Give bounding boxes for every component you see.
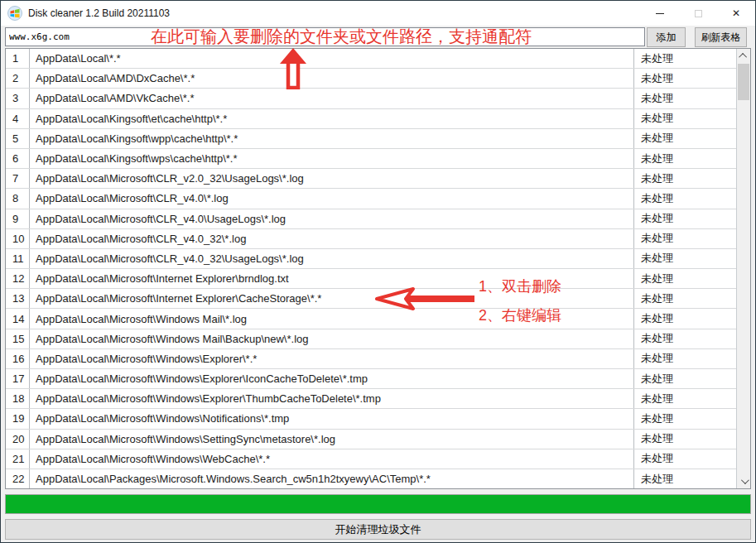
table-row[interactable]: 21 AppData\Local\Microsoft\Windows\WebCa… [6,449,736,469]
row-number-cell: 1 [6,49,30,68]
table-row[interactable]: 15 AppData\Local\Microsoft\Windows Mail\… [6,329,736,349]
table-row[interactable]: 12 AppData\Local\Microsoft\Internet Expl… [6,269,736,289]
refresh-table-button[interactable]: 刷新表格 [695,27,747,47]
row-path-cell: AppData\Local\Microsoft\CLR_v4.0\UsageLo… [30,209,633,228]
row-path-cell: AppData\Local\AMD\DxCache\*.* [30,69,633,88]
path-table: 1 AppData\Local\*.* 未处理 2 AppData\Local\… [5,48,751,489]
row-path-cell: AppData\Local\Kingsoft\wpp\cache\http\*.… [30,129,633,148]
row-status-cell: 未处理 [633,289,736,308]
table-row[interactable]: 13 AppData\Local\Microsoft\Internet Expl… [6,289,736,309]
close-icon: ✕ [732,8,740,18]
table-row[interactable]: 17 AppData\Local\Microsoft\Windows\Explo… [6,369,736,389]
maximize-button [679,1,717,26]
row-number-cell: 14 [6,309,30,328]
chevron-down-icon [740,476,749,484]
row-path-cell: AppData\Local\Microsoft\Windows Mail\Bac… [30,329,633,348]
row-number-cell: 11 [6,249,30,268]
app-window: Disk cleaner 1.2 Build 20211103 ✕ 添加 刷新表… [0,0,756,543]
row-number-cell: 7 [6,169,30,188]
row-status-cell: 未处理 [633,430,736,449]
table-row[interactable]: 11 AppData\Local\Microsoft\CLR_v4.0_32\U… [6,249,736,269]
table-row[interactable]: 20 AppData\Local\Microsoft\Windows\Setti… [6,430,736,449]
table-row[interactable]: 9 AppData\Local\Microsoft\CLR_v4.0\Usage… [6,209,736,229]
row-number-cell: 8 [6,189,30,208]
start-clean-button[interactable]: 开始清理垃圾文件 [5,519,751,540]
row-path-cell: AppData\Local\Microsoft\CLR_v4.0_32\*.lo… [30,229,633,248]
row-status-cell: 未处理 [633,309,736,328]
minimize-button[interactable] [641,1,679,26]
row-status-cell: 未处理 [633,389,736,408]
row-path-cell: AppData\Local\Microsoft\Windows\Notifica… [30,409,633,428]
table-rows: 1 AppData\Local\*.* 未处理 2 AppData\Local\… [6,49,736,488]
row-number-cell: 17 [6,369,30,388]
row-number-cell: 3 [6,89,30,108]
row-number-cell: 10 [6,229,30,248]
row-path-cell: AppData\Local\Microsoft\CLR_v2.0_32\Usag… [30,169,633,188]
row-status-cell: 未处理 [633,189,736,208]
row-number-cell: 13 [6,289,30,308]
row-status-cell: 未处理 [633,109,736,128]
row-path-cell: AppData\Local\Microsoft\Windows Mail\*.l… [30,309,633,328]
table-row[interactable]: 16 AppData\Local\Microsoft\Windows\Explo… [6,349,736,369]
row-path-cell: AppData\Local\*.* [30,49,633,68]
row-status-cell: 未处理 [633,49,736,68]
row-status-cell: 未处理 [633,469,736,488]
row-status-cell: 未处理 [633,329,736,348]
row-status-cell: 未处理 [633,349,736,368]
path-input[interactable] [5,27,645,46]
table-row[interactable]: 2 AppData\Local\AMD\DxCache\*.* 未处理 [6,69,736,89]
row-number-cell: 18 [6,389,30,408]
table-row[interactable]: 5 AppData\Local\Kingsoft\wpp\cache\http\… [6,129,736,149]
row-number-cell: 21 [6,449,30,469]
row-path-cell: AppData\Local\Microsoft\CLR_v4.0\*.log [30,189,633,208]
row-path-cell: AppData\Local\Microsoft\Windows\Explorer… [30,369,633,388]
chevron-up-icon [739,53,747,61]
table-row[interactable]: 10 AppData\Local\Microsoft\CLR_v4.0_32\*… [6,229,736,249]
row-path-cell: AppData\Local\AMD\VkCache\*.* [30,89,633,108]
row-path-cell: AppData\Local\Microsoft\CLR_v4.0_32\Usag… [30,249,633,268]
row-path-cell: AppData\Local\Kingsoft\wps\cache\http\*.… [30,149,633,168]
row-path-cell: AppData\Local\Microsoft\Windows\SettingS… [30,430,633,449]
scroll-down-button[interactable] [737,474,750,488]
row-number-cell: 5 [6,129,30,148]
table-row[interactable]: 3 AppData\Local\AMD\VkCache\*.* 未处理 [6,89,736,108]
row-status-cell: 未处理 [633,409,736,428]
row-status-cell: 未处理 [633,209,736,228]
progress-bar [5,494,751,514]
table-row[interactable]: 1 AppData\Local\*.* 未处理 [6,49,736,69]
table-row[interactable]: 7 AppData\Local\Microsoft\CLR_v2.0_32\Us… [6,169,736,189]
table-row[interactable]: 8 AppData\Local\Microsoft\CLR_v4.0\*.log… [6,189,736,209]
table-row[interactable]: 19 AppData\Local\Microsoft\Windows\Notif… [6,409,736,429]
vertical-scrollbar[interactable] [736,49,750,488]
table-row[interactable]: 18 AppData\Local\Microsoft\Windows\Explo… [6,389,736,409]
row-path-cell: AppData\Local\Microsoft\Windows\WebCache… [30,449,633,469]
row-status-cell: 未处理 [633,89,736,108]
row-number-cell: 16 [6,349,30,368]
row-number-cell: 19 [6,409,30,428]
window-controls: ✕ [641,1,755,26]
scrollbar-thumb[interactable] [738,64,749,100]
close-button[interactable]: ✕ [717,1,755,26]
row-status-cell: 未处理 [633,69,736,88]
table-row[interactable]: 14 AppData\Local\Microsoft\Windows Mail\… [6,309,736,329]
row-number-cell: 6 [6,149,30,168]
row-number-cell: 9 [6,209,30,228]
row-path-cell: AppData\Local\Microsoft\Windows\Explorer… [30,349,633,368]
row-path-cell: AppData\Local\Microsoft\Internet Explore… [30,269,633,288]
row-status-cell: 未处理 [633,149,736,168]
row-number-cell: 4 [6,109,30,128]
row-number-cell: 12 [6,269,30,288]
add-button[interactable]: 添加 [647,27,686,47]
table-row[interactable]: 22 AppData\Local\Packages\Microsoft.Wind… [6,469,736,488]
row-status-cell: 未处理 [633,269,736,288]
row-path-cell: AppData\Local\Microsoft\Internet Explore… [30,289,633,308]
maximize-icon [695,10,702,17]
row-path-cell: AppData\Local\Kingsoft\et\cache\http\*.* [30,109,633,128]
window-title: Disk cleaner 1.2 Build 20211103 [28,7,170,19]
table-row[interactable]: 4 AppData\Local\Kingsoft\et\cache\http\*… [6,109,736,129]
title-bar: Disk cleaner 1.2 Build 20211103 ✕ [1,1,755,26]
row-status-cell: 未处理 [633,129,736,148]
scroll-up-button[interactable] [737,49,750,63]
row-number-cell: 20 [6,430,30,449]
table-row[interactable]: 6 AppData\Local\Kingsoft\wps\cache\http\… [6,149,736,169]
